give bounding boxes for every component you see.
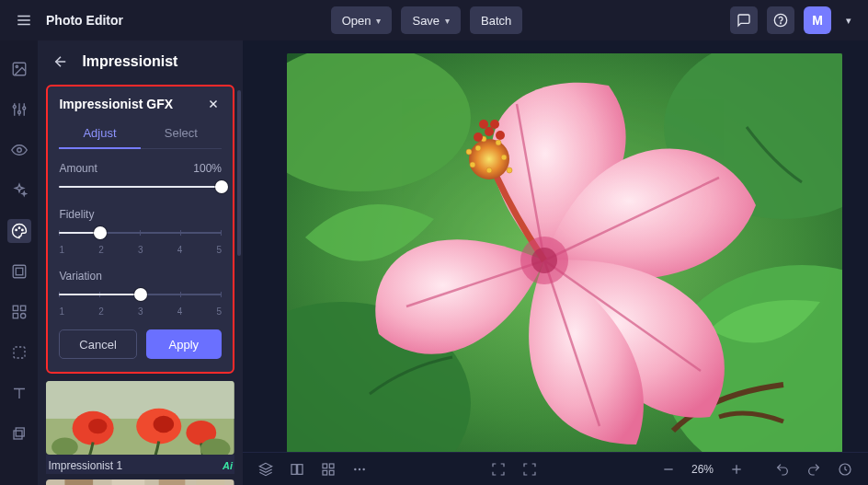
svg-point-31 — [88, 419, 107, 433]
tool-crop-icon[interactable] — [7, 341, 31, 364]
variation-slider[interactable] — [59, 288, 222, 301]
svg-point-56 — [485, 127, 494, 136]
help-icon[interactable] — [767, 6, 794, 34]
open-button[interactable]: Open ▾ — [331, 6, 393, 34]
batch-button[interactable]: Batch — [470, 6, 522, 34]
tick: 3 — [138, 306, 143, 317]
svg-point-70 — [359, 468, 360, 469]
toolstrip — [0, 40, 38, 485]
svg-rect-25 — [14, 431, 22, 439]
preset-label: Impressionist 1 — [48, 459, 122, 472]
batch-label: Batch — [481, 14, 511, 28]
svg-rect-39 — [112, 479, 145, 485]
fidelity-slider[interactable] — [59, 226, 222, 239]
panel-body: Impressionist GFX Adjust Select Amount 1… — [38, 83, 243, 485]
tool-text-icon[interactable] — [7, 381, 31, 405]
svg-point-16 — [21, 229, 23, 231]
close-icon[interactable] — [205, 96, 222, 112]
tool-layers-icon[interactable] — [7, 421, 31, 445]
avatar[interactable]: M — [804, 6, 831, 34]
svg-point-6 — [16, 65, 17, 67]
control-amount: Amount 100% — [59, 162, 222, 193]
svg-rect-66 — [329, 464, 334, 468]
grid-icon[interactable] — [314, 456, 342, 482]
expand-icon[interactable] — [516, 456, 543, 482]
preset-thumbnail — [46, 381, 234, 455]
svg-point-59 — [490, 120, 499, 129]
topbar: Photo Editor Open ▾ Save ▾ Batch M ▾ — [0, 0, 868, 40]
open-label: Open — [342, 14, 371, 28]
svg-rect-40 — [159, 479, 186, 485]
more-icon[interactable] — [346, 456, 373, 482]
amount-value: 100% — [193, 162, 222, 175]
gfx-title: Impressionist GFX — [59, 97, 173, 111]
svg-point-22 — [20, 314, 25, 318]
zoom-in-icon[interactable] — [723, 456, 750, 482]
svg-point-48 — [475, 145, 481, 151]
svg-point-14 — [16, 229, 17, 231]
svg-point-10 — [17, 111, 20, 114]
preset-item[interactable]: Impressionist 1 Ai — [46, 381, 234, 474]
tab-adjust[interactable]: Adjust — [59, 120, 140, 148]
svg-rect-67 — [323, 470, 327, 475]
svg-rect-17 — [13, 265, 26, 278]
canvas-area: 26% — [243, 40, 868, 485]
canvas-image — [287, 53, 842, 452]
tool-elements-icon[interactable] — [7, 300, 31, 324]
svg-rect-41 — [197, 479, 225, 485]
tick: 1 — [59, 306, 64, 317]
tool-image-icon[interactable] — [7, 57, 31, 81]
tick: 2 — [98, 306, 104, 317]
svg-rect-20 — [20, 306, 25, 310]
canvas-viewport[interactable] — [243, 40, 868, 452]
history-icon[interactable] — [831, 456, 859, 482]
cancel-button[interactable]: Cancel — [59, 329, 136, 359]
panel-header: Impressionist — [38, 40, 243, 83]
scrollbar[interactable] — [237, 90, 241, 256]
zoom-out-icon[interactable] — [655, 456, 682, 482]
tick: 5 — [216, 245, 222, 255]
back-arrow-icon[interactable] — [51, 52, 71, 72]
svg-point-49 — [496, 140, 501, 145]
tab-select[interactable]: Select — [141, 120, 222, 148]
menu-icon[interactable] — [11, 7, 37, 33]
amount-slider[interactable] — [59, 180, 222, 193]
svg-point-33 — [154, 416, 175, 433]
svg-rect-38 — [65, 479, 94, 485]
tick: 2 — [98, 245, 104, 255]
svg-rect-64 — [298, 464, 303, 474]
svg-point-69 — [354, 468, 356, 469]
tool-eye-icon[interactable] — [7, 138, 31, 162]
apply-button[interactable]: Apply — [146, 329, 222, 359]
undo-icon[interactable] — [769, 456, 796, 482]
preset-item[interactable] — [46, 479, 234, 485]
svg-point-54 — [507, 167, 512, 173]
fit-icon[interactable] — [485, 456, 512, 482]
svg-rect-63 — [291, 464, 296, 474]
feedback-icon[interactable] — [730, 6, 758, 34]
tab-adjust-label: Adjust — [83, 126, 116, 140]
compare-icon[interactable] — [283, 456, 311, 482]
svg-point-60 — [479, 120, 488, 129]
account-chevron-icon[interactable]: ▾ — [840, 15, 857, 27]
svg-point-57 — [496, 131, 505, 140]
tool-sparkle-icon[interactable] — [7, 179, 31, 202]
svg-rect-18 — [16, 268, 23, 275]
zoom-value: 26% — [686, 463, 719, 476]
control-fidelity: Fidelity 1 2 3 4 5 — [59, 208, 222, 255]
tick: 3 — [138, 245, 143, 255]
tool-frame-icon[interactable] — [7, 260, 31, 283]
svg-point-50 — [486, 167, 492, 173]
tool-palette-icon[interactable] — [7, 219, 31, 243]
redo-icon[interactable] — [800, 456, 828, 482]
control-variation: Variation 1 2 3 4 5 — [59, 270, 222, 317]
side-panel: Impressionist Impressionist GFX Adjust S… — [38, 40, 243, 485]
svg-rect-65 — [323, 464, 327, 468]
save-button[interactable]: Save ▾ — [401, 6, 461, 34]
layers-icon[interactable] — [252, 456, 280, 482]
tool-adjust-icon[interactable] — [7, 98, 31, 121]
tick: 4 — [177, 306, 183, 317]
svg-point-12 — [22, 107, 25, 110]
fidelity-label: Fidelity — [59, 208, 94, 221]
cancel-label: Cancel — [79, 338, 116, 352]
